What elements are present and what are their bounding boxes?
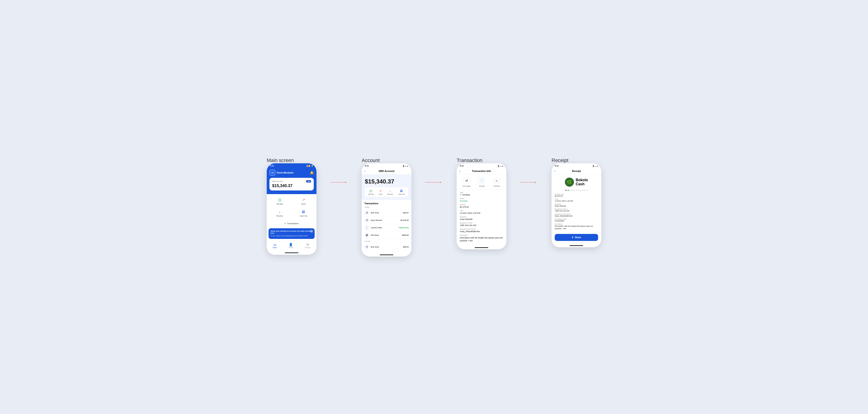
nav-wallet[interactable]: 🗂 Wallet [273,243,277,248]
wifi-icon-3: ▲ [499,165,501,167]
account-status-time: 9:41 [365,165,369,167]
acc-send[interactable]: ↗ Send [379,189,382,195]
tx-name-bulk-july: Bulk Shop [371,246,401,248]
tx-back-button[interactable]: ‹ [459,169,460,173]
tx-cynthia[interactable]: ↓ Cynthia Griffin +$12,676.43 [364,224,409,231]
acc-receive-icon: ↓ [390,189,391,193]
transaction-phone: 9:41 ▐ ▲ ▬ ‹ Transaction Info ↺ Send aga… [457,163,506,249]
tx-time-value: 12 NOV 2023 1:30 PM [460,212,503,214]
tx-description-label: Description [460,234,503,236]
dot-6 [573,190,574,191]
receipt-action[interactable]: 📄 Receipt [478,177,486,187]
acc-qr-label: QR pay [368,194,374,195]
receipt-hash-row: Transaction hash PLN345662 [555,218,598,222]
send-label: Send [301,203,306,205]
main-phone: 9:41 ▐ 📶 🔋 SM Sonia Marahare 🔔 [267,163,316,255]
receipt-hash-label: Transaction hash [555,218,598,220]
acc-qr-pay[interactable]: ⊡ QR pay [368,189,374,195]
home-indicator [267,251,316,255]
favorites-action[interactable]: ☆ Favorites [493,177,500,187]
receipt-back-button[interactable]: ‹ [554,169,555,173]
acc-cashout-icon: 🏛 [400,189,403,193]
transactions-icon: ≡ [285,223,286,225]
acc-receive[interactable]: ↓ Receive [388,189,393,195]
send-again-circle: ↺ [463,177,470,184]
tx-phone-row: Recipient's Phone +855 234 234 234 [460,222,503,227]
dot-10 [579,190,580,191]
receipt-phone-label: Recipient's Phone [555,208,598,210]
tx-status-label: Status [460,198,503,199]
tx-anz[interactable]: 🏛 ANZ Bank -$852.60 [364,231,409,239]
cash-out-button[interactable]: 🏛 Cash Out [292,208,315,219]
dot-14 [585,190,586,191]
tx-time-row: Time 12 NOV 2023 1:30 PM [460,210,503,214]
dot-1 [565,190,566,191]
receipt-home-indicator [552,244,601,247]
tx-bulk-july[interactable]: ↺ Bulk Shop -$98.34 [364,243,409,251]
qr-pay-button[interactable]: ⊡ QR pay [269,196,291,207]
tx-amount-row: Amount $1,678.03 [460,204,503,208]
bottom-nav: 🗂 Wallet 👤 Profile ⚙ Settings [267,241,316,251]
arrow-1 [330,157,348,198]
arrow-3 [520,157,538,198]
main-status-icons: ▐ 📶 🔋 [306,165,313,167]
receipt-status-bar: 9:41 ▐ ▲ ▬ [552,163,601,168]
tx-name-bulk: Bulk Shop [371,212,401,214]
transactions-button[interactable]: ≡ Transactions [269,220,315,227]
tx-time-label: Time [460,210,503,211]
receipt-account-id-value: Ariya_Siharath@iroha [555,215,598,217]
tx-name-anz: ANZ Bank [371,234,400,236]
account-title: SBD Account [379,170,395,172]
share-button[interactable]: ⬆ Share [555,234,598,241]
tx-status-row: Status Success [460,198,503,202]
signal-icon: ▐ [306,165,307,167]
tx-account-id-value: Ariya_Siharath@iroha [460,230,503,233]
receipt-amount-label: Amount sent [555,194,598,195]
tx-amount-value: $1,678.03 [460,206,503,208]
acc-send-icon: ↗ [379,189,382,193]
tx-icon-anz: 🏛 [364,233,369,238]
tx-icon-bulk-july: ↺ [364,244,369,249]
currency-badge: SI$ [306,180,311,183]
main-status-bar: 9:41 ▐ 📶 🔋 [267,163,316,168]
receipt-details: Amount sent $1,678.03 Time 12 NOV 2023 1… [552,193,601,232]
receipt-screen-label: Receipt [552,157,568,163]
receipt-recipient-row: Recipient Ariya Siharath [555,203,598,207]
send-button[interactable]: ↗ Send [292,196,315,207]
tx-amount-label: Amount [460,204,503,205]
acc-cash-out[interactable]: 🏛 Cash Out [398,189,405,195]
tx-amount-bulk-july: -$98.34 [403,246,409,248]
transaction-home-bar [475,247,488,248]
send-again-action[interactable]: ↺ Send again [463,177,471,187]
receipt-phone-row: Recipient's Phone +855 234 234 234 [555,208,598,212]
battery-icon: 🔋 [311,165,313,167]
tx-icon-cynthia: ↓ [364,225,369,230]
back-button[interactable]: ‹ [364,169,366,173]
receipt-phone-value: +855 234 234 234 [555,210,598,212]
transaction-screen-label: Transaction [457,157,483,163]
account-phone: 9:41 ▐ ▲ ▬ ‹ SBD Account $15,340.37 ⊡ QR… [362,163,411,257]
tx-ariya[interactable]: ↺ Ariya Siharath -$1,676.03 [364,216,409,224]
account-label: SBD Account [272,180,283,182]
bell-icon[interactable]: 🔔 [310,171,314,174]
account-balance-section: $15,340.37 ⊡ QR pay ↗ Send ↓ Receive [362,174,411,200]
bokolo-line2: Cash [576,182,588,186]
dot-5 [571,190,572,191]
nav-profile[interactable]: 👤 Profile [289,243,293,248]
receive-button[interactable]: ↓ Receive [269,208,291,219]
tx-phone-label: Recipient's Phone [460,222,503,224]
receipt-desc-row: Description Description with the length … [555,223,598,230]
receipt-title: Receipt [572,170,581,172]
page-container: Main screen 9:41 ▐ 📶 🔋 SM Sonia Marahare [276,157,592,257]
account-header: ‹ SBD Account [362,168,411,174]
main-screen-label: Main screen [267,157,294,163]
nav-settings[interactable]: ⚙ Settings [305,243,311,248]
tx-bulk-shop[interactable]: ↺ Bulk Shop -$52.67 [364,209,409,216]
sending-icon: ↗ [460,194,462,196]
wallet-label: Wallet [273,247,277,248]
dot-13 [584,190,585,191]
receipt-home-bar [569,245,583,246]
battery-icon-2: ▬ [407,165,408,167]
tx-info-anz: ANZ Bank [371,234,400,236]
verify-close-button[interactable]: ✕ [310,230,313,233]
